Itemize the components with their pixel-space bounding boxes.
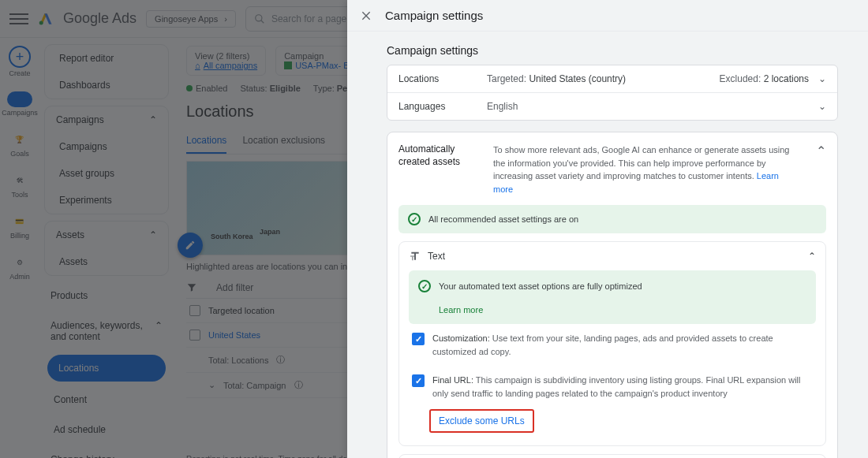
video-subcard: Video Enhancement turned on ⌄ (398, 454, 826, 458)
panel-title: Campaign settings (385, 9, 483, 22)
row-locations[interactable]: Locations Targeted: United States (count… (387, 65, 837, 93)
panel-body: Campaign settings Locations Targeted: Un… (347, 32, 868, 458)
finalurl-checkbox[interactable] (412, 374, 425, 387)
text-optimized-banner: Your automated text asset options are fu… (409, 270, 816, 324)
finalurl-option: Final URL: This campaign is subdividing … (409, 366, 816, 408)
section-title: Campaign settings (387, 44, 838, 57)
check-circle-icon (418, 280, 431, 292)
chevron-down-icon: ⌄ (818, 101, 826, 112)
chevron-up-icon: ⌃ (808, 251, 816, 262)
row-languages[interactable]: Languages English ⌄ (387, 93, 837, 120)
exclude-urls-link[interactable]: Exclude some URLs (429, 409, 534, 433)
panel-header: Campaign settings (347, 0, 868, 32)
text-subcard: Text ⌃ Your automated text asset options… (398, 241, 826, 446)
check-circle-icon (408, 213, 421, 225)
collapse-button[interactable]: ⌃ (816, 143, 826, 158)
video-row[interactable]: Video Enhancement turned on ⌄ (399, 455, 825, 458)
auto-assets-card: Automatically created assets To show mor… (387, 132, 838, 458)
auto-assets-desc: To show more relevant ads, Google AI can… (493, 143, 800, 195)
learn-more-link[interactable]: Learn more (439, 305, 483, 315)
close-button[interactable] (358, 8, 374, 24)
customization-option: Customization: Use text from your site, … (409, 324, 816, 366)
customization-checkbox[interactable] (412, 333, 425, 345)
chevron-down-icon: ⌄ (818, 73, 826, 84)
modal-overlay (0, 0, 347, 458)
settings-summary: Locations Targeted: United States (count… (387, 65, 838, 121)
close-icon (360, 9, 372, 22)
campaign-settings-panel: Campaign settings Campaign settings Loca… (347, 0, 868, 458)
text-subcard-header[interactable]: Text ⌃ (399, 242, 825, 270)
auto-assets-title: Automatically created assets (398, 143, 477, 168)
settings-banner: All recommended asset settings are on (398, 205, 826, 233)
text-icon (409, 250, 421, 263)
